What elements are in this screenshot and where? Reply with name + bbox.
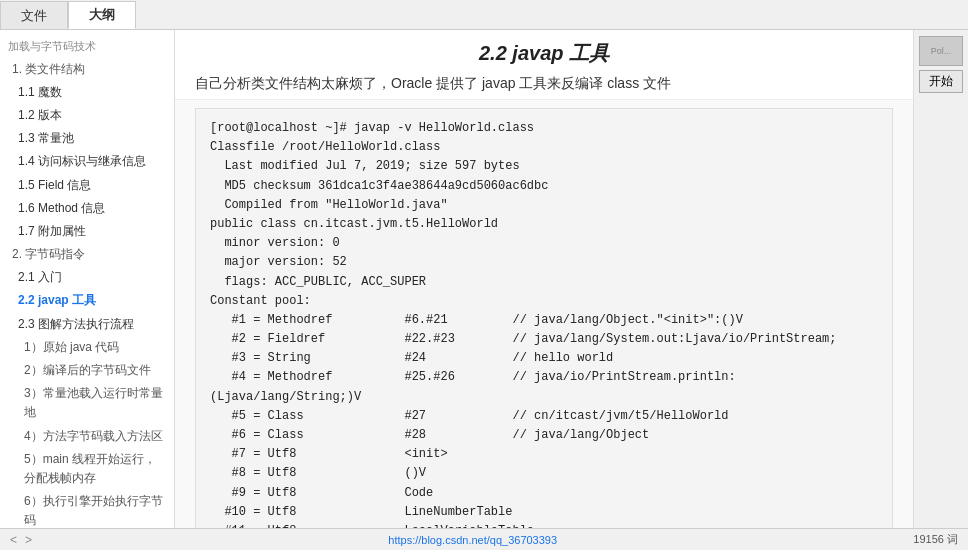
content: 2.2 javap 工具 自己分析类文件结构太麻烦了，Oracle 提供了 ja… — [175, 30, 913, 528]
sidebar-item-17[interactable]: 6）执行引擎开始执行字节码 — [0, 490, 174, 528]
nav-back-icon[interactable]: < — [10, 533, 17, 547]
main-layout: 加载与字节码技术 1. 类文件结构 1.1 魔数 1.2 版本 1.3 常量池 … — [0, 30, 968, 528]
url-link[interactable]: https://blog.csdn.net/qq_36703393 — [388, 534, 557, 546]
bottom-bar: < > https://blog.csdn.net/qq_36703393 19… — [0, 528, 968, 550]
sidebar-item-4[interactable]: 1.4 访问标识与继承信息 — [0, 150, 174, 173]
tab-file[interactable]: 文件 — [0, 1, 68, 29]
code-area[interactable]: [root@localhost ~]# javap -v HelloWorld.… — [175, 100, 913, 528]
code-block: [root@localhost ~]# javap -v HelloWorld.… — [195, 108, 893, 528]
right-panel-image: Pol... — [919, 36, 963, 66]
start-button[interactable]: 开始 — [919, 70, 963, 93]
sidebar-item-3[interactable]: 1.3 常量池 — [0, 127, 174, 150]
sidebar-item-0[interactable]: 1. 类文件结构 — [0, 58, 174, 81]
sidebar-item-7[interactable]: 1.7 附加属性 — [0, 220, 174, 243]
right-panel: Pol... 开始 — [913, 30, 968, 528]
sidebar-item-16[interactable]: 5）main 线程开始运行，分配栈帧内存 — [0, 448, 174, 490]
sidebar-item-6[interactable]: 1.6 Method 信息 — [0, 197, 174, 220]
sidebar-item-13[interactable]: 2）编译后的字节码文件 — [0, 359, 174, 382]
word-count: 19156 词 — [913, 532, 958, 547]
content-title: 2.2 javap 工具 — [195, 40, 893, 67]
sidebar-item-11[interactable]: 2.3 图解方法执行流程 — [0, 313, 174, 336]
content-subtitle: 自己分析类文件结构太麻烦了，Oracle 提供了 javap 工具来反编译 cl… — [195, 75, 893, 93]
sidebar-item-8[interactable]: 2. 字节码指令 — [0, 243, 174, 266]
sidebar-item-1[interactable]: 1.1 魔数 — [0, 81, 174, 104]
sidebar-header: 加载与字节码技术 — [0, 36, 174, 58]
sidebar-item-5[interactable]: 1.5 Field 信息 — [0, 174, 174, 197]
sidebar-item-9[interactable]: 2.1 入门 — [0, 266, 174, 289]
nav-forward-icon[interactable]: > — [25, 533, 32, 547]
sidebar: 加载与字节码技术 1. 类文件结构 1.1 魔数 1.2 版本 1.3 常量池 … — [0, 30, 175, 528]
bottom-icons: < > — [10, 533, 32, 547]
tab-outline[interactable]: 大纲 — [68, 1, 136, 29]
sidebar-item-12[interactable]: 1）原始 java 代码 — [0, 336, 174, 359]
sidebar-item-2[interactable]: 1.2 版本 — [0, 104, 174, 127]
right-panel-image-label: Pol... — [931, 46, 952, 56]
content-header: 2.2 javap 工具 自己分析类文件结构太麻烦了，Oracle 提供了 ja… — [175, 30, 913, 100]
sidebar-item-14[interactable]: 3）常量池载入运行时常量地 — [0, 382, 174, 424]
tab-bar: 文件 大纲 — [0, 0, 968, 30]
sidebar-item-10[interactable]: 2.2 javap 工具 — [0, 289, 174, 312]
sidebar-item-15[interactable]: 4）方法字节码载入方法区 — [0, 425, 174, 448]
